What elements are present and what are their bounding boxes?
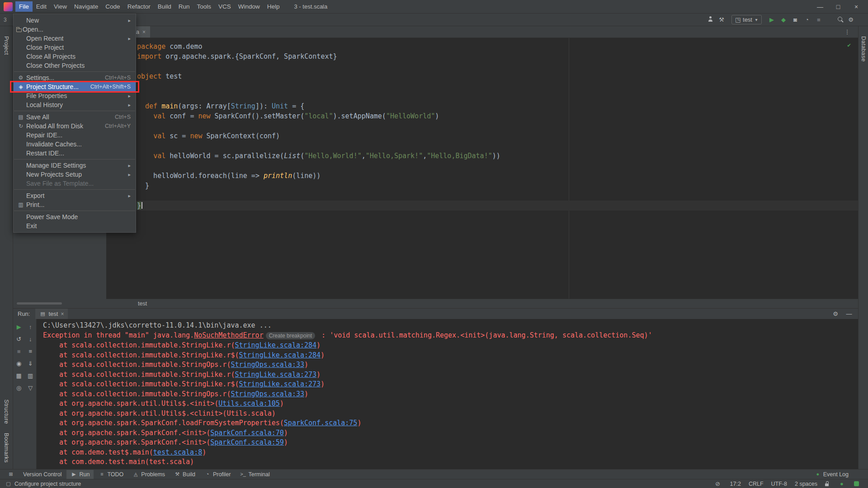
menu-item-reload-all-from-disk[interactable]: ↻Reload All from DiskCtrl+Alt+Y — [14, 122, 136, 131]
toolwindow-event-log[interactable]: ●Event Log — [811, 470, 853, 479]
ide-settings-icon[interactable]: ⚙ — [846, 16, 855, 23]
menubar-file[interactable]: File — [15, 1, 33, 12]
menubar-run[interactable]: Run — [175, 1, 193, 12]
pin-tab-icon[interactable]: ◎ — [14, 384, 24, 392]
toolwindow-profiler[interactable]: ◔Profiler — [200, 470, 235, 479]
stacktrace-link[interactable]: StringLike.scala:284 — [235, 341, 316, 349]
toolwindow-run[interactable]: ▶Run — [66, 470, 94, 479]
status-caret-position[interactable]: 17:2 — [730, 481, 741, 487]
menu-item-repair-ide[interactable]: Repair IDE... — [14, 131, 136, 140]
close-tab-icon[interactable]: × — [142, 29, 146, 35]
stacktrace-link[interactable]: StringLike.scala:273 — [235, 371, 316, 379]
prev-stack-frame-icon[interactable]: ↑ — [26, 323, 35, 331]
toolwindow-todo[interactable]: ≡TODO — [94, 470, 127, 479]
next-stack-frame-icon[interactable]: ↓ — [26, 335, 35, 343]
inspections-widget-icon[interactable]: ⊘ — [713, 480, 722, 488]
minimize-window-icon[interactable]: — — [811, 3, 829, 10]
menu-item-manage-ide-settings[interactable]: Manage IDE Settings▸ — [14, 161, 136, 170]
menubar-refactor[interactable]: Refactor — [124, 1, 154, 12]
create-breakpoint-hint[interactable]: Create breakpoint — [266, 332, 315, 339]
stop-icon[interactable]: ■ — [814, 16, 823, 23]
menu-item-close-other-projects[interactable]: Close Other Projects — [14, 61, 136, 70]
run-with-coverage-icon[interactable]: ◙ — [791, 16, 800, 23]
menubar-build[interactable]: Build — [154, 1, 175, 12]
menu-item-print[interactable]: ▥Print... — [14, 200, 136, 209]
breadcrumb[interactable]: test — [106, 299, 858, 308]
status-file-encoding[interactable]: UTF-8 — [771, 481, 787, 487]
stacktrace-link[interactable]: NoSuchMethodError — [194, 331, 264, 339]
menu-item-restart-ide[interactable]: Restart IDE... — [14, 149, 136, 158]
console-output[interactable]: C:\Users\13427\.jdks\corretto-11.0.14.1\… — [37, 319, 858, 469]
toolwindow-tool-window-switcher[interactable]: ⊞ — [4, 470, 18, 479]
menubar-tools[interactable]: Tools — [193, 1, 215, 12]
menu-item-open-recent[interactable]: Open Recent▸ — [14, 34, 136, 43]
status-message[interactable]: Configure project structure — [14, 481, 81, 487]
menu-item-file-properties[interactable]: File Properties▸ — [14, 91, 136, 100]
menubar-code[interactable]: Code — [102, 1, 123, 12]
menu-item-close-all-projects[interactable]: Close All Projects — [14, 52, 136, 61]
health-indicator-icon[interactable]: ● — [837, 480, 846, 488]
sidebar-item-project[interactable]: Project — [3, 32, 9, 60]
menu-item-project-structure[interactable]: ◈Project Structure...Ctrl+Alt+Shift+S — [14, 82, 136, 91]
horizontal-scrollbar[interactable] — [17, 302, 62, 305]
stacktrace-link[interactable]: StringLike.scala:273 — [239, 380, 321, 388]
indicator-badge-icon[interactable] — [854, 481, 859, 486]
sidebar-item-bookmarks[interactable]: Bookmarks — [3, 428, 9, 467]
toolwindow-version-control[interactable]: Version Control — [19, 470, 66, 479]
tab-options-icon[interactable]: ⋮ — [843, 28, 852, 36]
stacktrace-link[interactable]: Utils.scala:105 — [218, 399, 279, 408]
stacktrace-link[interactable]: StringOps.scala:33 — [231, 390, 304, 398]
toolwindow-terminal[interactable]: >_Terminal — [236, 470, 274, 479]
menu-item-exit[interactable]: Exit — [14, 221, 136, 230]
run-config-combo[interactable]: ◳ test ▾ — [731, 15, 762, 24]
stacktrace-link[interactable]: StringLike.scala:284 — [239, 351, 321, 359]
run-panel-settings-icon[interactable]: ⚙ — [831, 310, 840, 318]
menubar-help[interactable]: Help — [264, 1, 283, 12]
close-window-icon[interactable]: × — [847, 3, 865, 10]
menu-item-new-projects-setup[interactable]: New Projects Setup▸ — [14, 170, 136, 179]
menubar-edit[interactable]: Edit — [33, 1, 50, 12]
status-indent-style[interactable]: 2 spaces — [795, 481, 817, 487]
close-run-tab-icon[interactable]: × — [61, 311, 64, 317]
menu-item-invalidate-caches[interactable]: Invalidate Caches... — [14, 140, 136, 149]
menu-item-export[interactable]: Export▸ — [14, 191, 136, 200]
menubar-navigate[interactable]: Navigate — [71, 1, 102, 12]
run-tab-test[interactable]: ▤ test × — [35, 309, 68, 319]
toolwindow-build[interactable]: ⚒Build — [170, 470, 199, 479]
capture-snapshot-icon[interactable]: ◉ — [14, 359, 24, 367]
hide-run-panel-icon[interactable]: — — [844, 310, 854, 318]
toolwindow-problems[interactable]: ◬Problems — [128, 470, 169, 479]
search-everywhere-icon[interactable] — [838, 17, 844, 23]
user-avatar-icon[interactable] — [708, 16, 713, 22]
restore-layout-icon[interactable]: ↺ — [14, 335, 24, 343]
stacktrace-link[interactable]: StringOps.scala:33 — [231, 361, 304, 369]
stop-process-icon[interactable]: ■ — [14, 347, 24, 355]
stacktrace-link[interactable]: SparkConf.scala:70 — [210, 429, 284, 437]
run-icon[interactable]: ▶ — [767, 16, 776, 23]
profiler-icon[interactable]: ◔ — [802, 16, 811, 23]
code-editor[interactable]: ✔ package com.demoimport org.apache.spar… — [106, 38, 858, 299]
print-console-icon[interactable]: ▥ — [26, 371, 35, 380]
menu-item-power-save-mode[interactable]: Power Save Mode — [14, 212, 136, 221]
breadcrumb-item[interactable]: test — [138, 300, 147, 307]
external-tools-icon[interactable]: ⚒ — [717, 16, 726, 23]
sidebar-item-database[interactable]: Database — [860, 32, 867, 66]
readonly-toggle-icon[interactable] — [825, 481, 830, 486]
menubar-view[interactable]: View — [50, 1, 71, 12]
scroll-to-end-icon[interactable]: ⇓ — [26, 359, 35, 367]
clear-console-icon[interactable]: ▽ — [26, 384, 35, 392]
maximize-window-icon[interactable]: □ — [829, 3, 847, 10]
stacktrace-link[interactable]: SparkConf.scala:75 — [284, 419, 358, 427]
menu-item-open[interactable]: Open... — [14, 25, 136, 34]
stacktrace-link[interactable]: SparkConf.scala:59 — [210, 438, 284, 446]
debug-icon[interactable]: ◆ — [779, 16, 788, 23]
menu-item-settings[interactable]: ⚙Settings...Ctrl+Alt+S — [14, 73, 136, 82]
stacktrace-link[interactable]: test.scala:8 — [153, 448, 202, 456]
menu-item-local-history[interactable]: Local History▸ — [14, 100, 136, 109]
menubar-window[interactable]: Window — [235, 1, 264, 12]
menu-item-new[interactable]: New▸ — [14, 16, 136, 25]
menu-item-close-project[interactable]: Close Project — [14, 43, 136, 52]
layout-settings-icon[interactable]: ▦ — [14, 371, 24, 380]
status-line-separator[interactable]: CRLF — [749, 481, 764, 487]
rerun-icon[interactable]: ▶ — [14, 323, 24, 331]
